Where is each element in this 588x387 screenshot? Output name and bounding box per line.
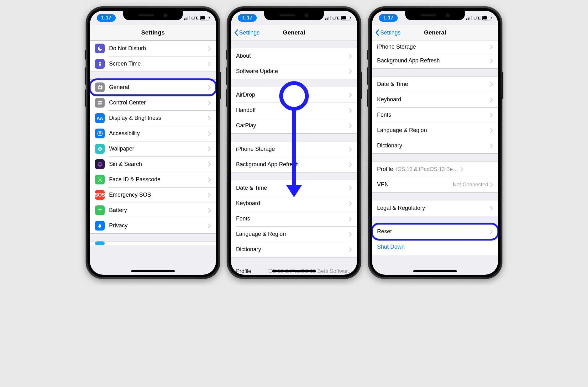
home-indicator[interactable] (413, 270, 457, 272)
chevron-right-icon (349, 93, 352, 97)
svg-rect-17 (99, 209, 101, 210)
cellular-signal-icon (325, 16, 331, 20)
row-siri-search[interactable]: Siri & Search (90, 156, 216, 172)
chevron-right-icon (349, 186, 352, 190)
row-legal-regulatory[interactable]: Legal & Regulatory (372, 200, 498, 216)
network-label: LTE (332, 16, 340, 20)
row-date-time[interactable]: Date & Time (231, 180, 357, 196)
cellular-signal-icon (184, 16, 190, 20)
chevron-right-icon (490, 59, 493, 63)
chevron-right-icon (490, 230, 493, 234)
chevron-right-icon (208, 131, 211, 136)
chevron-right-icon (490, 98, 493, 102)
hand-icon (95, 221, 105, 231)
chevron-right-icon (208, 178, 211, 182)
chevron-right-icon (208, 208, 211, 213)
row-airdrop[interactable]: AirDrop (231, 87, 357, 103)
svg-point-12 (98, 163, 101, 165)
row-do-not-disturb[interactable]: Do Not Disturb (90, 41, 216, 56)
row-fonts[interactable]: Fonts (231, 211, 357, 226)
toggles-icon (95, 98, 105, 108)
chevron-right-icon (208, 46, 211, 51)
chevron-right-icon (349, 69, 352, 74)
row-handoff[interactable]: Handoff (231, 103, 357, 118)
row-general[interactable]: General (90, 80, 216, 95)
chevron-right-icon (208, 224, 211, 228)
svg-rect-0 (98, 101, 102, 102)
status-time-pill[interactable]: 1:17 (238, 14, 257, 22)
row-profile[interactable]: Profile iOS 13 & iPadOS 13 Beta Softwar.… (372, 162, 498, 177)
svg-point-10 (101, 148, 102, 150)
row-battery[interactable]: Battery (90, 203, 216, 218)
row-control-center[interactable]: Control Center (90, 95, 216, 110)
row-label: Control Center (109, 99, 208, 106)
row-dictionary[interactable]: Dictionary (372, 138, 498, 153)
moon-icon (95, 44, 105, 53)
row-reset[interactable]: Reset (372, 224, 498, 239)
row-iphone-storage[interactable]: iPhone Storage (231, 141, 357, 157)
row-carplay[interactable]: CarPlay (231, 118, 357, 133)
row-wallpaper[interactable]: Wallpaper (90, 141, 216, 156)
chevron-right-icon (461, 167, 464, 172)
row-label: Battery (109, 207, 208, 214)
row-accessibility[interactable]: Accessibility (90, 126, 216, 141)
row-date-time[interactable]: Date & Time (372, 77, 498, 92)
row-label: General (109, 84, 208, 91)
chevron-right-icon (349, 108, 352, 113)
row-shut-down[interactable]: Shut Down (372, 239, 498, 255)
row-label: Face ID & Passcode (109, 176, 208, 183)
row-face-id[interactable]: Face ID & Passcode (90, 172, 216, 187)
battery-row-icon (95, 205, 105, 215)
row-about[interactable]: About (231, 48, 357, 64)
svg-point-9 (97, 148, 99, 150)
row-label: Screen Time (109, 61, 208, 67)
home-indicator[interactable] (272, 270, 316, 272)
row-dictionary[interactable]: Dictionary (231, 242, 357, 257)
back-button[interactable]: Settings (234, 29, 260, 36)
svg-point-2 (98, 101, 99, 102)
row-screen-time[interactable]: Screen Time (90, 56, 216, 72)
chevron-right-icon (349, 217, 352, 221)
row-vpn[interactable]: VPN Not Connected (372, 177, 498, 192)
row-partial[interactable] (90, 241, 216, 245)
network-label: LTE (473, 16, 481, 20)
row-iphone-storage[interactable]: iPhone Storage (372, 40, 498, 53)
chevron-right-icon (490, 128, 493, 133)
chevron-right-icon (349, 147, 352, 151)
chevron-right-icon (208, 85, 211, 90)
row-fonts[interactable]: Fonts (372, 107, 498, 123)
back-label: Settings (239, 29, 260, 36)
status-time-pill[interactable]: 1:17 (379, 14, 398, 22)
row-value: Not Connected (453, 182, 488, 188)
gear-icon (95, 82, 105, 92)
back-label: Settings (380, 29, 401, 36)
row-label: Emergency SOS (109, 192, 208, 198)
status-time-pill[interactable]: 1:17 (97, 14, 116, 22)
row-language-region[interactable]: Language & Region (231, 226, 357, 242)
sos-icon: SOS (95, 190, 105, 200)
chevron-right-icon (208, 147, 211, 151)
row-keyboard[interactable]: Keyboard (372, 92, 498, 107)
row-bg-app-refresh[interactable]: Background App Refresh (231, 157, 357, 172)
svg-point-3 (100, 103, 101, 104)
row-privacy[interactable]: Privacy (90, 218, 216, 233)
notch (405, 11, 465, 20)
chevron-right-icon (349, 162, 352, 167)
row-language-region[interactable]: Language & Region (372, 123, 498, 138)
back-button[interactable]: Settings (375, 29, 401, 36)
row-display-brightness[interactable]: AA Display & Brightness (90, 110, 216, 126)
row-emergency-sos[interactable]: SOS Emergency SOS (90, 187, 216, 203)
chevron-right-icon (208, 62, 211, 66)
row-bg-app-refresh[interactable]: Background App Refresh (372, 53, 498, 68)
nav-bar: Settings General (231, 25, 357, 40)
row-keyboard[interactable]: Keyboard (231, 196, 357, 211)
face-id-icon (95, 175, 105, 184)
row-label: Accessibility (109, 130, 208, 137)
chevron-right-icon (208, 162, 211, 167)
nav-bar: Settings General (372, 25, 498, 40)
chevron-right-icon (490, 45, 493, 49)
chevron-right-icon (349, 232, 352, 236)
svg-point-7 (99, 146, 101, 148)
row-software-update[interactable]: Software Update (231, 64, 357, 79)
home-indicator[interactable] (131, 270, 175, 272)
